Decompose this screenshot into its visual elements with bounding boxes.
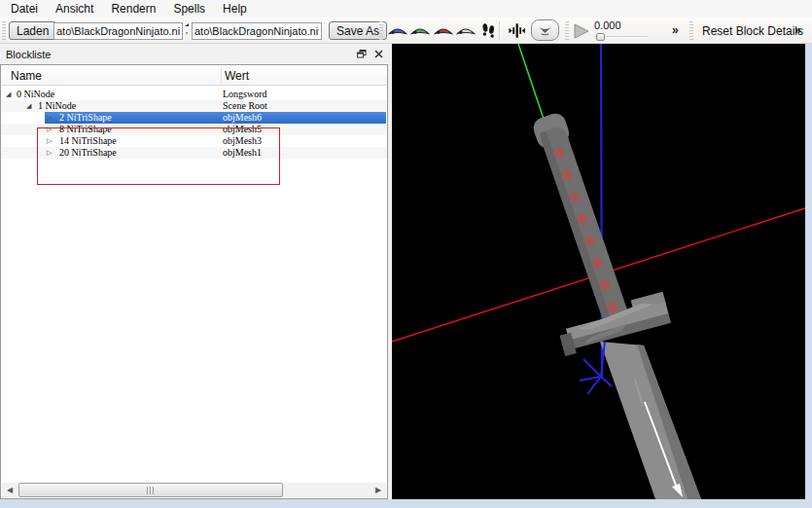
time-slider[interactable]: [594, 33, 649, 41]
tree-row-0-ninode[interactable]: ◢0 NiNodeLongsword: [1, 89, 387, 100]
close-icon[interactable]: [371, 48, 386, 61]
time-slider-thumb[interactable]: [596, 33, 605, 41]
eye-blue-icon[interactable]: [387, 22, 407, 39]
block-name: 2 NiTriShape: [59, 112, 112, 124]
toolbar-overflow-chevron[interactable]: »: [672, 23, 679, 37]
block-value: objMesh6: [223, 112, 262, 124]
window-frame-right: [805, 44, 812, 508]
tree-header: Name Wert: [1, 65, 387, 86]
file-path-input-1[interactable]: [53, 22, 183, 40]
tree-row-2-nitrishape[interactable]: ▷2 NiTriShapeobjMesh6: [1, 112, 387, 124]
expander-collapsed-icon[interactable]: ▷: [47, 147, 52, 159]
block-value: objMesh3: [223, 135, 262, 147]
expander-collapsed-icon[interactable]: ▷: [47, 135, 52, 147]
play-icon[interactable]: [570, 22, 593, 39]
dock-titlebar: Blockliste: [0, 44, 389, 64]
menu-item-ansicht[interactable]: Ansicht: [47, 1, 102, 17]
block-value: objMesh5: [223, 124, 262, 135]
toolbar-separator: [499, 21, 500, 40]
app-window: DateiAnsichtRendernSpellsHelp Laden Save…: [0, 0, 812, 508]
float-window-icon[interactable]: [354, 48, 369, 61]
scroll-right-icon[interactable]: ▶: [371, 483, 386, 497]
toolbar-overflow-chevron-2[interactable]: »: [794, 23, 801, 37]
block-name: 8 NiTriShape: [59, 124, 112, 135]
expander-collapsed-icon[interactable]: ▷: [47, 124, 52, 135]
dock-title: Blockliste: [0, 49, 354, 60]
menu-item-help[interactable]: Help: [214, 1, 256, 17]
column-header-wert[interactable]: Wert: [225, 65, 249, 86]
expander-expanded-icon[interactable]: ◢: [26, 100, 31, 112]
column-header-name[interactable]: Name: [11, 65, 42, 86]
block-list-frame: Name Wert ◢0 NiNodeLongsword◢1 NiNodeSce…: [0, 64, 388, 499]
expander-collapsed-icon[interactable]: ▷: [47, 112, 52, 124]
horizontal-scrollbar: ◀ ▶: [2, 483, 386, 497]
block-value: Scene Root: [223, 100, 267, 112]
eye-green-icon[interactable]: [410, 22, 431, 39]
eye-silver-icon[interactable]: [456, 22, 477, 39]
tree-row-8-nitrishape[interactable]: ▷8 NiTriShapeobjMesh5: [1, 124, 387, 135]
scrollbar-thumb[interactable]: [18, 483, 283, 497]
block-name: 1 NiNode: [38, 100, 76, 112]
block-value: Longsword: [223, 89, 267, 100]
expander-expanded-icon[interactable]: ◢: [6, 89, 11, 100]
block-value: objMesh1: [223, 147, 262, 159]
column-divider[interactable]: [221, 67, 222, 84]
input-splitter-handle[interactable]: [184, 22, 191, 40]
menu-bar: DateiAnsichtRendernSpellsHelp: [0, 0, 812, 18]
block-name: 14 NiTriShape: [59, 135, 117, 147]
time-value: 0.000: [594, 20, 653, 31]
menu-item-rendern[interactable]: Rendern: [102, 1, 164, 17]
block-tree: ◢0 NiNodeLongsword◢1 NiNodeScene Root▷2 …: [1, 89, 387, 159]
toolbar-grip[interactable]: [2, 21, 6, 40]
blocklist-dock: Blockliste Name Wert ◢0: [0, 44, 389, 499]
block-name: 0 NiNode: [17, 89, 54, 100]
render-viewport[interactable]: [392, 44, 805, 499]
time-display: 0.000: [594, 20, 653, 41]
tree-row-1-ninode[interactable]: ◢1 NiNodeScene Root: [1, 100, 387, 112]
scroll-left-icon[interactable]: ◀: [2, 483, 18, 497]
window-frame-bottom: [0, 499, 812, 508]
menu-item-datei[interactable]: Datei: [2, 1, 47, 17]
toolbar-grip-3[interactable]: [565, 21, 569, 40]
reset-block-details-button[interactable]: Reset Block Details: [696, 22, 809, 40]
collapse-arrow-toggle[interactable]: [531, 19, 559, 41]
tree-row-14-nitrishape[interactable]: ▷14 NiTriShapeobjMesh3: [1, 135, 387, 147]
toolbar: Laden Save As: [0, 18, 812, 44]
tree-row-20-nitrishape[interactable]: ▷20 NiTriShapeobjMesh1: [1, 147, 387, 159]
block-name: 20 NiTriShape: [59, 147, 117, 159]
toolbar-grip-4[interactable]: [689, 21, 693, 40]
axis-marks-icon[interactable]: [507, 22, 527, 39]
eye-red-icon[interactable]: [433, 22, 453, 39]
menu-item-spells[interactable]: Spells: [164, 1, 214, 17]
footprints-icon[interactable]: [477, 22, 498, 39]
toolbar-grip-2[interactable]: [379, 21, 383, 40]
load-button[interactable]: Laden: [9, 21, 56, 40]
file-path-input-2[interactable]: [192, 22, 322, 40]
